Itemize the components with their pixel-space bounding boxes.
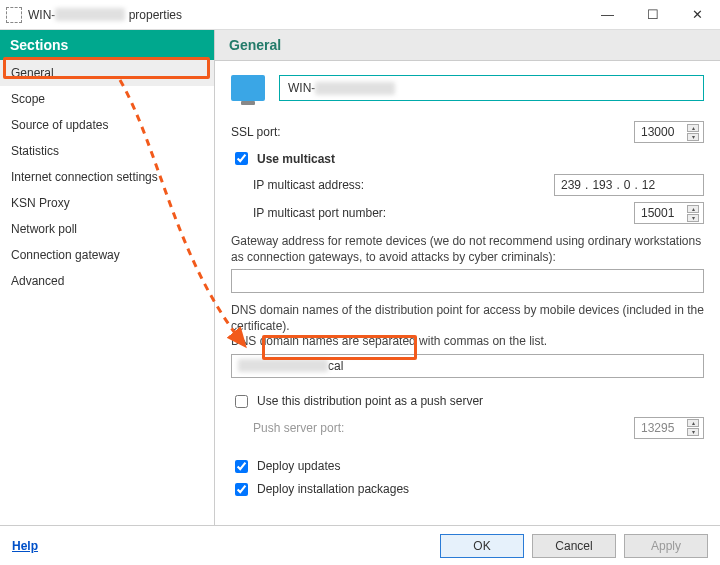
push-port-input: 13295 ▴▾ (634, 417, 704, 439)
ok-button[interactable]: OK (440, 534, 524, 558)
titlebar: WIN- properties — ☐ ✕ (0, 0, 720, 30)
ip-multicast-port-label: IP multicast port number: (253, 206, 503, 220)
ip-multicast-port-value: 15001 (641, 206, 674, 220)
gateway-description: Gateway address for remote devices (we d… (231, 234, 704, 265)
deploy-packages-label: Deploy installation packages (257, 482, 409, 496)
deploy-packages-checkbox[interactable] (235, 483, 248, 496)
ssl-port-spinner[interactable]: ▴▾ (687, 124, 699, 141)
sidebar-item-general[interactable]: General (0, 60, 214, 86)
push-server-checkbox[interactable] (235, 395, 248, 408)
ssl-port-input[interactable]: 13000 ▴▾ (634, 121, 704, 143)
maximize-button[interactable]: ☐ (630, 0, 675, 29)
hostname-input[interactable]: WIN- (279, 75, 704, 101)
sidebar: Sections General Scope Source of updates… (0, 30, 215, 525)
title-redacted (55, 8, 125, 21)
content-body: WIN- SSL port: 13000 ▴▾ Use multicast IP… (215, 61, 720, 517)
deploy-updates-checkbox[interactable] (235, 460, 248, 473)
cancel-button[interactable]: Cancel (532, 534, 616, 558)
sidebar-item-internet-connection-settings[interactable]: Internet connection settings (0, 164, 214, 190)
ip-multicast-port-input[interactable]: 15001 ▴▾ (634, 202, 704, 224)
use-multicast-label: Use multicast (257, 152, 335, 166)
ssl-port-value: 13000 (641, 125, 674, 139)
push-port-spinner: ▴▾ (687, 419, 699, 436)
sidebar-item-ksn-proxy[interactable]: KSN Proxy (0, 190, 214, 216)
hostname-redacted (315, 82, 395, 95)
gateway-address-input[interactable] (231, 269, 704, 293)
sidebar-nav: General Scope Source of updates Statisti… (0, 60, 214, 294)
dns-desc-line2: DNS domain names are separated with comm… (231, 334, 547, 348)
sidebar-item-scope[interactable]: Scope (0, 86, 214, 112)
ip-a: 239 (561, 178, 581, 192)
help-link[interactable]: Help (12, 539, 38, 553)
sidebar-item-statistics[interactable]: Statistics (0, 138, 214, 164)
close-button[interactable]: ✕ (675, 0, 720, 29)
minimize-button[interactable]: — (585, 0, 630, 29)
sidebar-header: Sections (0, 30, 214, 60)
window-title: WIN- properties (28, 8, 585, 22)
ip-b: 193 (592, 178, 612, 192)
hostname-prefix: WIN- (288, 81, 315, 95)
push-port-label: Push server port: (253, 421, 503, 435)
window-controls: — ☐ ✕ (585, 0, 720, 29)
sidebar-item-advanced[interactable]: Advanced (0, 268, 214, 294)
ssl-port-label: SSL port: (231, 125, 481, 139)
deploy-updates-label: Deploy updates (257, 459, 340, 473)
ip-d: 12 (642, 178, 655, 192)
monitor-icon (231, 75, 265, 101)
dns-redacted (238, 359, 328, 372)
app-icon (6, 7, 22, 23)
push-server-label: Use this distribution point as a push se… (257, 394, 483, 408)
ip-multicast-port-spinner[interactable]: ▴▾ (687, 205, 699, 222)
ip-multicast-address-label: IP multicast address: (253, 178, 503, 192)
push-port-value: 13295 (641, 421, 674, 435)
dialog-buttons: Help OK Cancel Apply (0, 525, 720, 565)
content-header: General (215, 30, 720, 61)
ip-multicast-address-input[interactable]: 239. 193. 0. 12 (554, 174, 704, 196)
title-prefix: WIN- (28, 8, 55, 22)
sidebar-item-network-poll[interactable]: Network poll (0, 216, 214, 242)
apply-button[interactable]: Apply (624, 534, 708, 558)
sidebar-item-connection-gateway[interactable]: Connection gateway (0, 242, 214, 268)
ip-c: 0 (624, 178, 631, 192)
dns-names-input[interactable]: cal (231, 354, 704, 378)
sidebar-item-source-of-updates[interactable]: Source of updates (0, 112, 214, 138)
title-suffix: properties (125, 8, 182, 22)
content-pane: General WIN- SSL port: 13000 ▴▾ (215, 30, 720, 525)
dns-suffix: cal (328, 359, 343, 373)
use-multicast-checkbox[interactable] (235, 152, 248, 165)
dns-desc-line1: DNS domain names of the distribution poi… (231, 303, 704, 333)
dns-description: DNS domain names of the distribution poi… (231, 303, 704, 350)
